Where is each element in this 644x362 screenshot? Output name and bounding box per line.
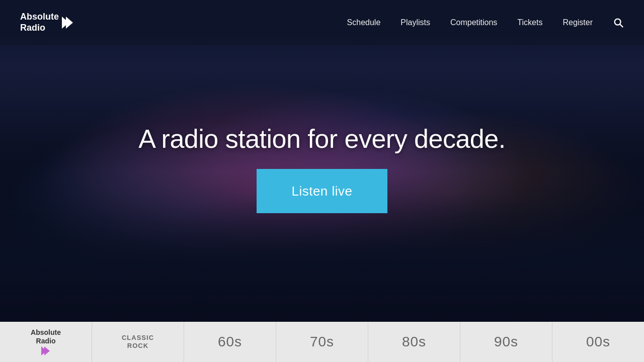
nav-item-playlists[interactable]: Playlists <box>400 18 430 27</box>
logo-line1: Absolute <box>20 12 59 22</box>
channel-bar: Absolute Radio CLASSIC ROCK 60s 70s 80s … <box>0 322 644 362</box>
bottom-logo-line1: Absolute <box>31 328 61 336</box>
channel-60s[interactable]: 60s <box>184 322 276 362</box>
bottom-logo-line2: Radio <box>36 337 56 345</box>
search-icon <box>613 17 624 28</box>
nav-item-competitions[interactable]: Competitions <box>450 18 497 27</box>
classic-rock-label: CLASSIC ROCK <box>122 334 154 349</box>
decade-90s-label: 90s <box>494 334 518 350</box>
channel-absolute[interactable]: Absolute Radio <box>0 322 92 362</box>
decade-80s-label: 80s <box>402 334 426 350</box>
svg-point-0 <box>615 19 621 25</box>
bottom-logo-arrows-icon <box>41 346 50 355</box>
channel-90s[interactable]: 90s <box>460 322 552 362</box>
listen-live-button[interactable]: Listen live <box>257 169 387 213</box>
absolute-logo: Absolute Radio <box>31 328 61 355</box>
search-button[interactable] <box>613 17 624 28</box>
nav-item-schedule[interactable]: Schedule <box>347 18 381 27</box>
channel-classic-rock[interactable]: CLASSIC ROCK <box>92 322 184 362</box>
channel-00s[interactable]: 00s <box>552 322 644 362</box>
decade-00s-label: 00s <box>586 334 610 350</box>
decade-60s-label: 60s <box>218 334 242 350</box>
main-nav: Schedule Playlists Competitions Tickets … <box>347 17 624 28</box>
nav-item-register[interactable]: Register <box>562 18 593 27</box>
site-header: Absolute Radio Schedule Playlists Compet… <box>0 0 644 45</box>
channel-80s[interactable]: 80s <box>368 322 460 362</box>
svg-line-1 <box>620 24 623 27</box>
logo-line2: Radio <box>20 23 45 33</box>
hero-title: A radio station for every decade. <box>138 124 505 154</box>
channel-70s[interactable]: 70s <box>276 322 368 362</box>
logo-arrows-icon <box>62 17 73 29</box>
site-logo[interactable]: Absolute Radio <box>20 12 73 33</box>
nav-item-tickets[interactable]: Tickets <box>517 18 542 27</box>
decade-70s-label: 70s <box>310 334 334 350</box>
hero-section: A radio station for every decade. Listen… <box>0 0 644 322</box>
hero-content: A radio station for every decade. Listen… <box>0 0 644 322</box>
